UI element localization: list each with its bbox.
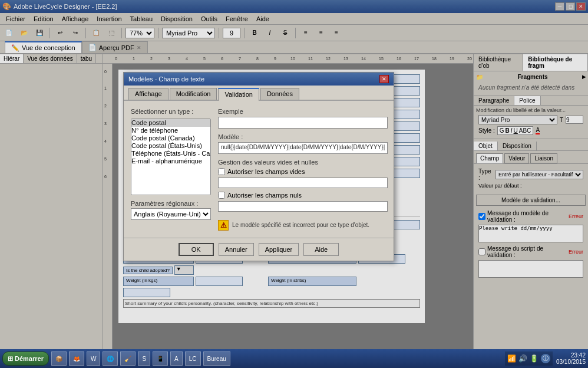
clock-date: 03/10/2015 [556, 359, 586, 365]
taskbar-other[interactable]: 📱 [153, 351, 168, 366]
option-code-postal: Code postal [131, 119, 210, 127]
option-postal-us: Code postal (États-Unis) [131, 142, 210, 150]
taskbar-firefox[interactable]: 🦊 [69, 351, 84, 366]
taskbar-right: 📶 🔊 🔋 ⓘ 23:42 03/10/2015 [505, 351, 586, 366]
regional-label: Paramètres régionaux : [131, 200, 198, 207]
modal-tab-validation[interactable]: Validation [218, 88, 259, 101]
modal-title: Modèles - Champ de texte [128, 75, 204, 83]
network-icon: 📶 [507, 354, 516, 363]
volume-icon: 🔊 [518, 354, 527, 363]
windows-logo-icon: ⊞ [8, 355, 13, 363]
taskbar-skype[interactable]: S [138, 351, 150, 366]
modal-overlay: Modèles - Champ de texte ✕ Affichage Mod… [0, 0, 588, 368]
allow-empty-checkbox[interactable] [218, 168, 225, 175]
select-type-label: Sélectionner un type : [131, 108, 211, 115]
modal-body: Sélectionner un type : Code postal N° de… [124, 101, 394, 238]
taskbar-word[interactable]: W [87, 351, 100, 366]
battery-icon: 🔋 [530, 354, 539, 363]
regional-select[interactable]: Anglais (Royaume-Uni) [131, 208, 211, 220]
aide-button[interactable]: Aide [303, 243, 339, 256]
modal-tabs: Affichage Modification Validation Donnée… [124, 86, 394, 101]
taskbar-chrome[interactable]: 🌐 [103, 351, 118, 366]
allow-empty-label: Autoriser les champs vides [227, 168, 305, 175]
modal-close-button[interactable]: ✕ [379, 75, 389, 83]
taskbar-livecycle[interactable]: LC [185, 351, 201, 366]
taskbar-clock[interactable]: 23:42 03/10/2015 [556, 352, 586, 365]
null-section: Gestion des valeurs vides et nulles Auto… [218, 159, 388, 215]
modal-footer: OK Annuler Appliquer Aide [124, 238, 394, 261]
allow-null-label: Autoriser les champs nuls [227, 192, 302, 199]
info-icon[interactable]: ⓘ [541, 354, 550, 363]
taskbar-acrobat[interactable]: A [170, 351, 183, 366]
modele-label: Modèle : [218, 133, 388, 140]
modal-left: Sélectionner un type : Code postal N° de… [131, 108, 211, 231]
taskbar-dropbox[interactable]: 📦 [51, 351, 67, 366]
option-tel-us: Téléphone (États-Unis - Canada) [131, 150, 210, 157]
allow-empty-input[interactable] [218, 178, 388, 188]
taskbar: ⊞ Démarrer 📦 🦊 W 🌐 🧹 S 📱 A LC Bureau 📶 🔊… [0, 349, 588, 368]
option-email: E-mail - alphanumérique [131, 157, 210, 165]
start-label: Démarrer [15, 355, 44, 362]
allow-null-input[interactable] [218, 201, 388, 212]
start-button[interactable]: ⊞ Démarrer [2, 351, 49, 366]
modal-tab-modification[interactable]: Modification [170, 88, 217, 100]
modal-tab-affichage[interactable]: Affichage [128, 88, 169, 100]
modele-box[interactable]: null{}|date{DD/MM/YYYY}|date{D/MM/YYYY}|… [218, 142, 388, 154]
modal-warning: ⚠ Le modèle spécifié est incorrect pour … [218, 220, 388, 231]
option-telephone: N° de téléphone [131, 127, 210, 134]
type-listbox[interactable]: Code postal N° de téléphone Code postal … [131, 119, 211, 195]
regional-select-row: Anglais (Royaume-Uni) [131, 208, 211, 220]
sys-tray: 📶 🔊 🔋 ⓘ [505, 351, 553, 366]
warning-text: Le modèle spécifié est incorrect pour ce… [232, 222, 369, 228]
appliquer-button[interactable]: Appliquer [259, 243, 299, 256]
modal-tab-donnees[interactable]: Données [260, 88, 299, 100]
modal-right: Exemple Modèle : null{}|date{DD/MM/YYYY}… [218, 108, 388, 231]
allow-empty-row: Autoriser les champs vides [218, 168, 388, 175]
modal-dialog: Modèles - Champ de texte ✕ Affichage Mod… [123, 72, 394, 261]
exemple-label: Exemple [218, 108, 388, 115]
warning-icon: ⚠ [218, 220, 229, 231]
taskbar-bureau[interactable]: Bureau [203, 351, 230, 366]
regional-row: Paramètres régionaux : [131, 200, 211, 207]
option-postal-canada: Code postal (Canada) [131, 134, 210, 142]
annuler-button[interactable]: Annuler [219, 243, 254, 256]
exemple-box [218, 117, 388, 129]
allow-null-checkbox[interactable] [218, 192, 225, 199]
clock-time: 23:42 [556, 352, 586, 359]
taskbar-ccleaner[interactable]: 🧹 [120, 351, 136, 366]
null-section-title: Gestion des valeurs vides et nulles [218, 159, 388, 166]
allow-null-row: Autoriser les champs nuls [218, 192, 388, 199]
ok-button[interactable]: OK [179, 243, 214, 256]
modal-title-bar: Modèles - Champ de texte ✕ [124, 73, 394, 86]
